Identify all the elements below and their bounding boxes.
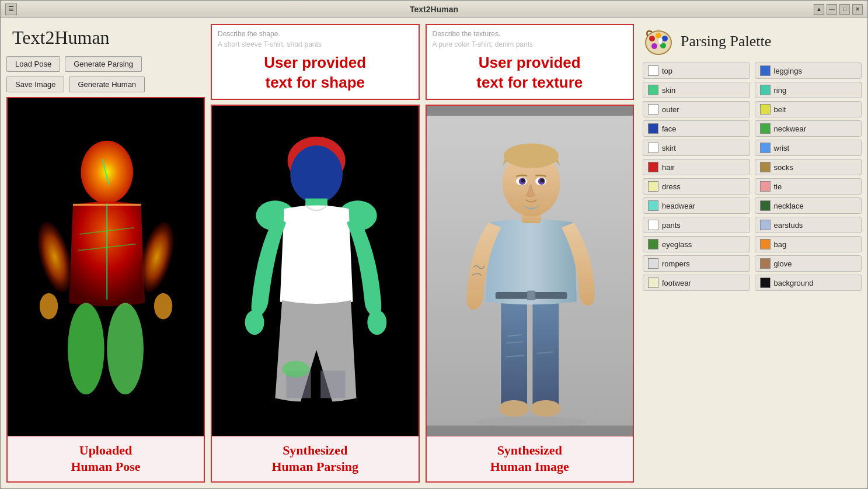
texture-user-text: User provided text for texture xyxy=(433,53,628,93)
main-content: Text2Human Load Pose Generate Parsing Sa… xyxy=(1,18,867,488)
svg-point-51 xyxy=(658,37,663,44)
right-panel: Parsing Palette topleggingsskinringouter… xyxy=(640,24,862,483)
palette-item-socks[interactable]: socks xyxy=(755,159,862,175)
palette-icon xyxy=(643,27,675,56)
svg-point-8 xyxy=(68,303,104,395)
synthesized-image-box: Synthesized Human Image xyxy=(426,105,635,483)
palette-label-hair: hair xyxy=(662,163,675,172)
menu-icon[interactable]: ☰ xyxy=(5,4,17,15)
svg-point-25 xyxy=(476,417,586,428)
pose-label: Uploaded Human Pose xyxy=(8,436,204,481)
palette-label-glove: glove xyxy=(774,259,792,268)
palette-item-leggings[interactable]: leggings xyxy=(755,63,862,79)
palette-item-glove[interactable]: glove xyxy=(755,255,862,272)
shape-placeholder-hint: A short sleeve T-shirt, short pants xyxy=(218,40,413,48)
svg-point-48 xyxy=(662,36,668,41)
shape-input-box[interactable]: Describe the shape. A short sleeve T-shi… xyxy=(211,24,420,100)
palette-label-skirt: skirt xyxy=(662,144,676,152)
palette-label-neckwear: neckwear xyxy=(774,124,807,133)
palette-item-necklace[interactable]: necklace xyxy=(755,197,862,214)
shape-user-text: User provided text for shape xyxy=(218,53,413,93)
color-swatch-bag xyxy=(760,239,771,249)
color-swatch-dress xyxy=(648,181,658,192)
palette-label-earstuds: earstuds xyxy=(774,221,803,230)
palette-label-skin: skin xyxy=(662,86,675,95)
palette-item-wrist[interactable]: wrist xyxy=(755,140,862,156)
color-swatch-neckwear xyxy=(760,123,771,134)
color-swatch-hair xyxy=(648,162,658,172)
palette-label-top: top xyxy=(662,67,672,75)
palette-item-tie[interactable]: tie xyxy=(755,178,862,195)
color-swatch-headwear xyxy=(648,200,658,211)
palette-item-outer[interactable]: outer xyxy=(643,101,750,117)
texture-input-box[interactable]: Describe the textures. A pure color T-sh… xyxy=(426,24,635,100)
svg-point-33 xyxy=(530,400,560,417)
synthesized-label-text: Synthesized Human Image xyxy=(430,442,630,476)
save-image-button[interactable]: Save Image xyxy=(6,77,64,92)
palette-label-wrist: wrist xyxy=(774,144,790,152)
svg-point-9 xyxy=(107,303,144,395)
svg-point-7 xyxy=(154,293,172,320)
shape-placeholder-top: Describe the shape. xyxy=(218,30,413,38)
palette-item-skirt[interactable]: skirt xyxy=(643,140,750,156)
svg-rect-22 xyxy=(320,370,345,398)
window-title: Text2Human xyxy=(410,5,458,14)
color-swatch-skirt xyxy=(648,143,658,153)
palette-item-footwear[interactable]: footwear xyxy=(643,275,750,291)
color-swatch-footwear xyxy=(648,278,658,288)
shape-panel: Describe the shape. A short sleeve T-shi… xyxy=(211,24,420,483)
palette-item-top[interactable]: top xyxy=(643,63,750,79)
palette-item-face[interactable]: face xyxy=(643,120,750,137)
palette-label-pants: pants xyxy=(662,221,681,230)
palette-item-eyeglass[interactable]: eyeglass xyxy=(643,236,750,252)
palette-label-footwear: footwear xyxy=(662,279,691,287)
svg-point-15 xyxy=(290,145,343,203)
palette-item-background[interactable]: background xyxy=(755,275,862,291)
palette-label-socks: socks xyxy=(774,163,793,172)
titlebar-left: ☰ xyxy=(5,4,17,15)
load-pose-button[interactable]: Load Pose xyxy=(6,56,60,72)
svg-rect-26 xyxy=(501,295,527,412)
parsing-label-text: Synthesized Human Parsing xyxy=(215,442,416,476)
photo-area xyxy=(427,106,633,436)
svg-rect-27 xyxy=(532,295,559,412)
palette-item-ring[interactable]: ring xyxy=(755,82,862,98)
button-row-1: Load Pose Generate Parsing xyxy=(6,56,205,72)
maximize-button[interactable]: □ xyxy=(839,4,850,15)
color-swatch-tie xyxy=(760,181,771,192)
svg-point-42 xyxy=(540,179,544,183)
palette-item-pants[interactable]: pants xyxy=(643,217,750,233)
palette-item-neckwear[interactable]: neckwear xyxy=(755,120,862,137)
generate-parsing-button[interactable]: Generate Parsing xyxy=(65,56,142,72)
generate-human-button[interactable]: Generate Human xyxy=(69,77,145,92)
app-title: Text2Human xyxy=(6,24,205,51)
palette-label-belt: belt xyxy=(774,105,786,114)
texture-placeholder-top: Describe the textures. xyxy=(433,30,628,38)
pin-button[interactable]: ▲ xyxy=(814,4,824,15)
close-button[interactable]: ✕ xyxy=(852,4,863,15)
palette-item-headwear[interactable]: headwear xyxy=(643,197,750,214)
svg-point-20 xyxy=(367,310,386,335)
color-swatch-necklace xyxy=(760,200,771,211)
palette-label-tie: tie xyxy=(774,182,782,191)
palette-header: Parsing Palette xyxy=(643,24,862,59)
titlebar: ☰ Text2Human ▲ — □ ✕ xyxy=(1,1,867,18)
palette-item-skin[interactable]: skin xyxy=(643,82,750,98)
palette-item-bag[interactable]: bag xyxy=(755,236,862,252)
palette-grid: topleggingsskinringouterbeltfaceneckwear… xyxy=(643,63,862,291)
palette-item-earstuds[interactable]: earstuds xyxy=(755,217,862,233)
palette-item-belt[interactable]: belt xyxy=(755,101,862,117)
palette-label-leggings: leggings xyxy=(774,67,802,75)
svg-point-1 xyxy=(81,141,133,204)
palette-item-hair[interactable]: hair xyxy=(643,159,750,175)
color-swatch-belt xyxy=(760,104,771,115)
minimize-button[interactable]: — xyxy=(827,4,837,15)
palette-item-dress[interactable]: dress xyxy=(643,178,750,195)
svg-point-32 xyxy=(499,400,529,417)
synthesized-label: Synthesized Human Image xyxy=(427,436,633,481)
palette-label-ring: ring xyxy=(774,86,787,95)
color-swatch-pants xyxy=(648,220,658,230)
synthesized-photo xyxy=(427,106,633,436)
color-swatch-earstuds xyxy=(760,220,771,230)
palette-item-rompers[interactable]: rompers xyxy=(643,255,750,272)
